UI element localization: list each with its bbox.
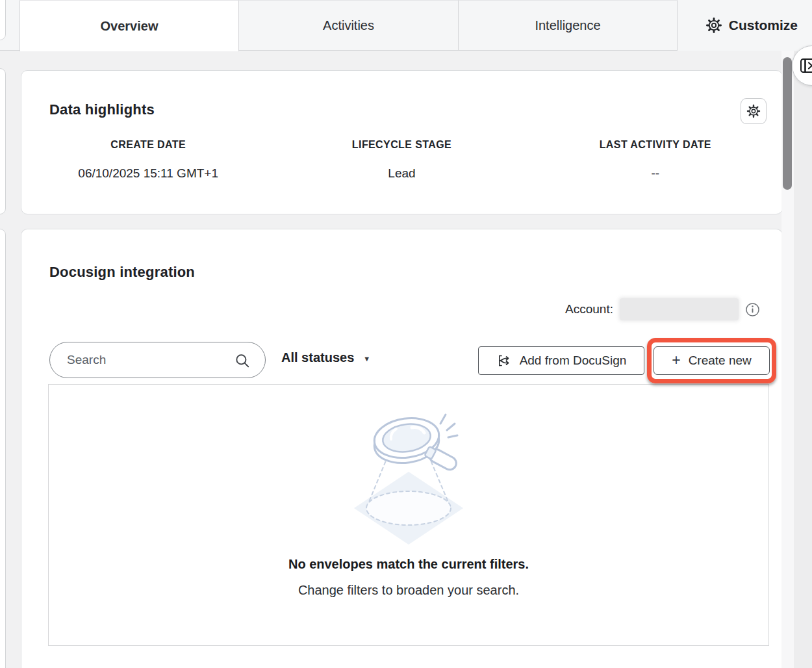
data-highlights-fields: CREATE DATE 06/10/2025 15:11 GMT+1 LIFEC… (21, 139, 782, 181)
field-lifecycle-stage: LIFECYCLE STAGE Lead (275, 139, 528, 181)
empty-state-illustration (347, 409, 470, 552)
add-from-docusign-label: Add from DocuSign (520, 353, 627, 368)
create-new-button[interactable]: + Create new (653, 346, 770, 375)
field-last-activity-date: LAST ACTIVITY DATE -- (529, 139, 782, 181)
customize-label: Customize (729, 18, 798, 33)
gear-icon (746, 104, 761, 118)
data-highlights-settings-button[interactable] (741, 98, 767, 124)
panel-expand-icon (800, 57, 812, 74)
field-value: Lead (275, 166, 528, 181)
field-value: -- (529, 166, 782, 181)
envelopes-empty-state: No envelopes match the current filters. … (48, 384, 769, 646)
left-panel-edge (0, 68, 6, 214)
chevron-down-icon: ▼ (363, 355, 370, 363)
envelope-controls: All statuses ▼ Add from DocuSign (21, 342, 782, 378)
tab-overview-label: Overview (101, 19, 159, 34)
tab-overview[interactable]: Overview (19, 0, 239, 51)
plus-icon: + (672, 352, 680, 369)
tab-intelligence[interactable]: Intelligence (459, 0, 678, 51)
docusign-card-title: Docusign integration (49, 264, 195, 281)
status-filter-value: All statuses (281, 350, 354, 365)
left-panel-edge (0, 0, 6, 40)
data-highlights-title: Data highlights (49, 101, 155, 118)
field-label: LIFECYCLE STAGE (275, 139, 528, 151)
create-new-label: Create new (689, 353, 752, 368)
scrollbar-thumb[interactable] (783, 57, 792, 190)
status-filter-dropdown[interactable]: All statuses ▼ (281, 350, 370, 365)
gear-icon (705, 17, 722, 34)
account-value-redacted (620, 298, 739, 320)
tab-bar: Overview Activities Intelligence (0, 0, 812, 51)
info-icon[interactable] (745, 302, 760, 317)
customize-button[interactable]: Customize (705, 0, 798, 51)
tab-activities[interactable]: Activities (239, 0, 459, 51)
add-from-docusign-button[interactable]: Add from DocuSign (478, 346, 644, 375)
account-label: Account: (565, 302, 613, 316)
search-icon (234, 352, 251, 369)
record-overview-panel: Overview Activities Intelligence (0, 0, 812, 668)
field-label: CREATE DATE (21, 139, 275, 151)
import-branch-icon (496, 353, 512, 368)
tab-activities-label: Activities (323, 18, 374, 33)
field-create-date: CREATE DATE 06/10/2025 15:11 GMT+1 (21, 139, 275, 181)
field-value: 06/10/2025 15:11 GMT+1 (21, 166, 275, 181)
empty-state-subtitle: Change filters to broaden your search. (49, 583, 768, 598)
account-row: Account: (565, 298, 760, 320)
left-panel-edge (0, 229, 6, 668)
data-highlights-card: Data highlights CREATE DATE 06/1 (21, 70, 783, 214)
docusign-integration-card: Docusign integration Account: (21, 229, 783, 668)
empty-state-title: No envelopes match the current filters. (49, 557, 768, 572)
search-box (49, 342, 266, 378)
search-input[interactable] (50, 353, 225, 367)
field-label: LAST ACTIVITY DATE (529, 139, 782, 151)
tab-intelligence-label: Intelligence (535, 18, 600, 33)
